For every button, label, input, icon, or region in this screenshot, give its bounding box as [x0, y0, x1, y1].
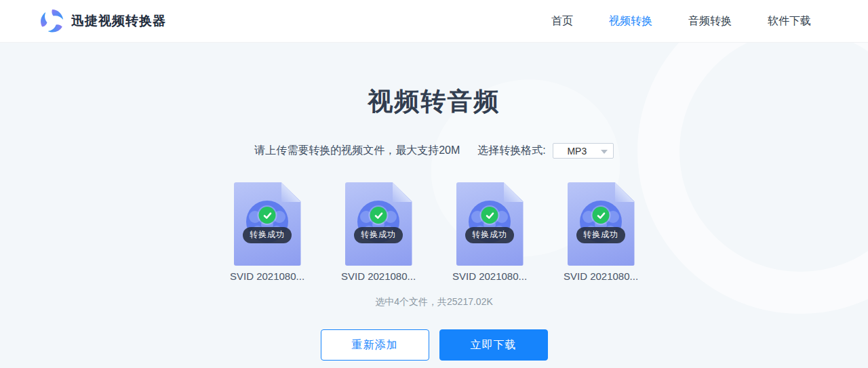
file-name: SVID 2021080... — [230, 270, 304, 282]
file-name: SVID 2021080... — [341, 270, 416, 282]
file-tile[interactable]: 转换成功 SVID 2021080... — [234, 182, 301, 282]
file-tile[interactable]: 转换成功 SVID 2021080... — [568, 182, 635, 282]
video-file-icon: 转换成功 — [456, 182, 524, 266]
dropdown-caret-icon — [601, 150, 608, 154]
page-fold-icon — [615, 182, 635, 202]
file-tile[interactable]: 转换成功 SVID 2021080... — [456, 182, 524, 282]
files-row: 转换成功 SVID 2021080... 转换成功 — [234, 182, 635, 282]
actions-row: 重新添加 立即下载 — [321, 329, 548, 361]
swirl-logo-icon — [39, 8, 65, 34]
video-file-icon: 转换成功 — [234, 182, 301, 266]
video-file-icon: 转换成功 — [345, 182, 412, 266]
video-file-icon: 转换成功 — [568, 182, 635, 266]
check-icon — [370, 207, 387, 224]
format-select[interactable]: MP3 — [553, 143, 614, 159]
format-label: 选择转换格式: — [477, 144, 545, 158]
upload-hint: 请上传需要转换的视频文件，最大支持20M — [254, 144, 460, 158]
re-add-button[interactable]: 重新添加 — [321, 329, 429, 361]
file-tile[interactable]: 转换成功 SVID 2021080... — [345, 182, 412, 282]
status-badge: 转换成功 — [243, 227, 292, 243]
page-fold-icon — [281, 182, 301, 202]
nav-item-home[interactable]: 首页 — [551, 14, 573, 28]
brand[interactable]: 迅捷视频转换器 — [39, 8, 166, 34]
check-icon — [593, 207, 610, 224]
status-badge: 转换成功 — [354, 227, 403, 243]
main-nav: 首页 视频转换 音频转换 软件下载 — [551, 14, 811, 28]
page-title: 视频转音频 — [368, 85, 500, 119]
nav-item-audio-convert[interactable]: 音频转换 — [688, 14, 732, 28]
nav-item-video-convert[interactable]: 视频转换 — [609, 14, 652, 28]
header: 迅捷视频转换器 首页 视频转换 音频转换 软件下载 — [0, 0, 868, 43]
hero-section: 视频转音频 请上传需要转换的视频文件，最大支持20M 选择转换格式: MP3 — [0, 43, 868, 368]
brand-name: 迅捷视频转换器 — [71, 12, 166, 30]
page-fold-icon — [393, 182, 412, 202]
format-value: MP3 — [567, 146, 587, 157]
page-fold-icon — [504, 182, 524, 202]
download-button[interactable]: 立即下载 — [439, 329, 548, 361]
status-badge: 转换成功 — [576, 227, 625, 243]
check-icon — [481, 207, 498, 224]
status-badge: 转换成功 — [465, 227, 514, 243]
selection-summary: 选中4个文件，共25217.02K — [375, 296, 493, 308]
file-name: SVID 2021080... — [452, 270, 527, 282]
page: 迅捷视频转换器 首页 视频转换 音频转换 软件下载 视频转音频 请上传需要转换的… — [0, 0, 868, 368]
hint-row: 请上传需要转换的视频文件，最大支持20M 选择转换格式: MP3 — [254, 143, 614, 159]
file-name: SVID 2021080... — [564, 270, 638, 282]
nav-item-software-download[interactable]: 软件下载 — [768, 14, 811, 28]
check-icon — [259, 207, 276, 224]
